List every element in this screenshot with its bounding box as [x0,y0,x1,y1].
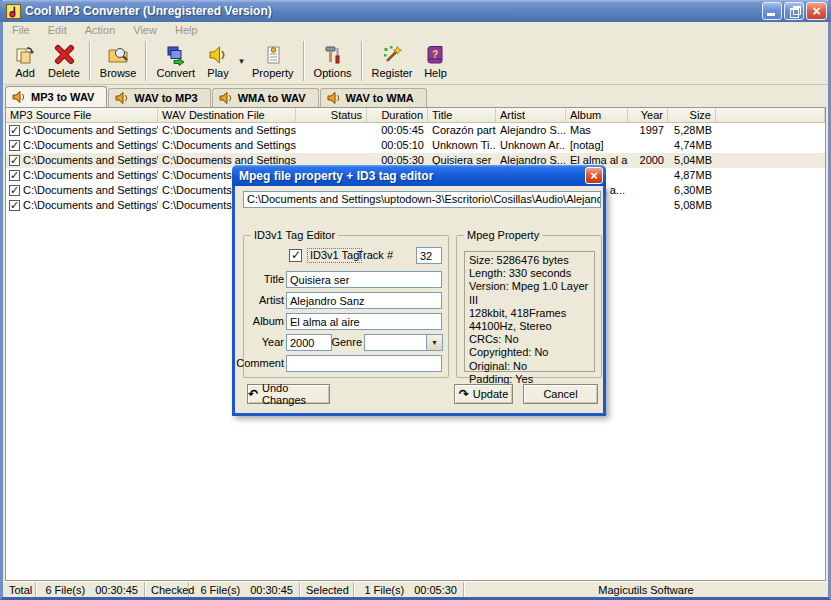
cell-source: C:\Documents and Settings\up... [23,198,158,213]
app-icon [6,4,21,19]
toolbar-separator [361,41,363,81]
convert-button[interactable]: Convert [151,42,200,80]
tab-label: WMA to WAV [238,92,306,104]
comment-input[interactable] [286,355,442,372]
row-checkbox[interactable] [9,185,20,196]
file-path-field[interactable]: C:\Documents and Settings\uptodown-3\Esc… [243,191,601,208]
tab-wma-to-wav[interactable]: WMA to WAV [212,88,319,107]
column-header-album[interactable]: Album [566,108,628,123]
genre-dropdown-button[interactable] [427,334,443,351]
tab-wav-to-mp3[interactable]: WAV to MP3 [108,88,210,107]
cancel-button[interactable]: Cancel [523,384,598,404]
toolbar: Add Delete Browse Convert [3,38,828,85]
speaker-icon [327,91,341,105]
mpeg-line: 44100Hz, Stereo [469,320,590,333]
tab-wav-to-wma[interactable]: WAV to WMA [320,88,427,107]
column-header-title[interactable]: Title [428,108,496,123]
column-header-destination[interactable]: WAV Destination File [158,108,296,123]
mpeg-line: Copyrighted: No [469,346,590,359]
artist-input[interactable] [286,292,442,309]
status-checked-values: 6 File(s) 00:30:45 [189,582,300,597]
album-input[interactable] [286,313,442,330]
tab-mp3-to-wav[interactable]: MP3 to WAV [5,86,107,107]
status-brand: Magicutils Software [464,582,828,597]
row-checkbox[interactable] [9,125,20,136]
help-button[interactable]: ? Help [417,42,453,80]
table-header: MP3 Source File WAV Destination File Sta… [6,108,825,123]
toolbar-separator [145,41,147,81]
column-header-size[interactable]: Size [668,108,716,123]
row-checkbox[interactable] [9,170,20,181]
table-row[interactable]: C:\Documents and Settings\up... C:\Docum… [6,138,825,153]
table-row[interactable]: C:\Documents and Settings\up... C:\Docum… [6,123,825,138]
menu-edit[interactable]: Edit [39,23,76,37]
genre-value[interactable] [364,334,427,351]
update-button[interactable]: Update [454,384,513,404]
register-button[interactable]: Register [367,42,418,80]
undo-changes-button[interactable]: Undo Changes [247,384,330,404]
play-icon [207,44,229,66]
menu-view[interactable]: View [124,23,166,37]
cell-year: 1997 [628,123,668,138]
menu-file[interactable]: File [3,23,39,37]
row-checkbox[interactable] [9,155,20,166]
column-header-artist[interactable]: Artist [496,108,566,123]
menu-action[interactable]: Action [76,23,125,37]
cell-source: C:\Documents and Settings\up... [23,123,158,138]
update-icon [459,387,469,401]
status-total-time: 00:30:45 [95,584,138,596]
title-input[interactable] [286,271,442,288]
dialog-close-button[interactable] [585,167,603,184]
property-button[interactable]: Property [247,42,299,80]
cell-year [628,168,668,183]
cell-duration: 00:05:10 [367,138,428,153]
svg-text:?: ? [432,49,438,60]
cell-destination: C:\Documents and Settings\upto... [158,138,296,153]
restore-button[interactable] [784,2,804,20]
status-bar: Total 6 File(s) 00:30:45 Checked 6 File(… [3,581,828,597]
row-checkbox[interactable] [9,140,20,151]
delete-button[interactable]: Delete [43,42,85,80]
undo-changes-label: Undo Changes [262,382,329,406]
status-total-label: Total [3,582,36,597]
genre-combobox[interactable] [364,334,443,351]
play-dropdown-arrow[interactable] [236,42,247,80]
cell-size: 4,74MB [668,138,716,153]
tab-label: MP3 to WAV [31,91,94,103]
conversion-tabs: MP3 to WAV WAV to MP3 WMA to WAV WAV to … [3,85,828,107]
id3-tag-checkbox[interactable] [289,249,302,262]
cell-album: Mas [566,123,628,138]
cell-status [296,123,367,138]
minimize-button[interactable] [762,2,782,20]
year-input[interactable] [286,334,332,351]
options-button[interactable]: Options [309,42,357,80]
column-header-status[interactable]: Status [296,108,367,123]
tab-label: WAV to MP3 [134,92,197,104]
speaker-icon [219,91,233,105]
close-button[interactable] [806,2,827,20]
help-icon: ? [424,44,446,66]
dialog-titlebar: Mpeg file property + ID3 tag editor [232,165,606,186]
toolbar-label: Register [372,67,413,79]
column-header-year[interactable]: Year [628,108,668,123]
row-checkbox[interactable] [9,200,20,211]
status-selected-label: Selected [300,582,354,597]
track-input[interactable] [416,247,442,264]
cell-status [296,138,367,153]
toolbar-label: Delete [48,67,80,79]
mpeg-line: Size: 5286476 bytes [469,254,590,267]
column-header-source[interactable]: MP3 Source File [6,108,158,123]
cell-size: 5,04MB [668,153,716,168]
dialog-buttons: Undo Changes Update Cancel [235,384,603,406]
status-checked-label: Checked [145,582,189,597]
id3-tag-group: ID3v1 Tag Editor ID3v1 Tag Track # Title… [243,235,449,378]
toolbar-separator [303,41,305,81]
add-button[interactable]: Add [7,42,43,80]
cell-source: C:\Documents and Settings\up... [23,153,158,168]
browse-button[interactable]: Browse [95,42,142,80]
genre-label: Genre [330,334,362,351]
column-header-duration[interactable]: Duration [367,108,428,123]
status-total-files: 6 File(s) [45,584,85,596]
play-button[interactable]: Play [200,42,236,80]
menu-help[interactable]: Help [166,23,207,37]
